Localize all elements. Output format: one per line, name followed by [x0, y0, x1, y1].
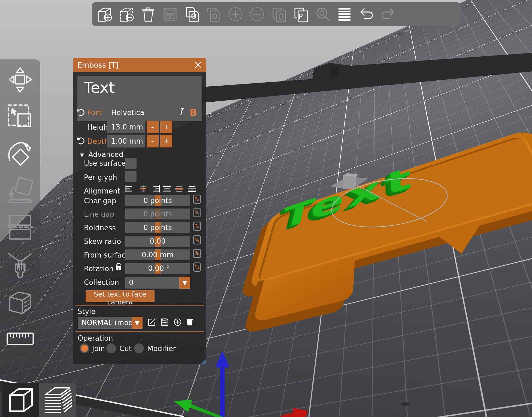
skew-slider[interactable]: 0.00	[125, 236, 190, 247]
style-add-button[interactable]	[173, 318, 182, 327]
remove-instance-button	[248, 4, 266, 24]
reset-depth-icon[interactable]	[77, 136, 85, 146]
edit-pencil-icon	[147, 318, 156, 327]
copy-button[interactable]	[183, 4, 201, 24]
per-glyph-checkbox[interactable]	[125, 171, 137, 182]
char-gap-edit-button[interactable]: ✎	[193, 195, 201, 204]
close-icon[interactable]	[195, 61, 202, 68]
align-bottom-icon[interactable]	[188, 185, 196, 192]
rotation-label: Rotation	[84, 265, 114, 273]
remove-object-button[interactable]	[117, 4, 135, 24]
separator	[75, 305, 204, 306]
rotation-edit-button[interactable]: ✎	[193, 262, 201, 272]
bold-toggle[interactable]: B	[190, 107, 197, 118]
redo-icon	[380, 6, 396, 22]
lock-icon[interactable]	[115, 263, 122, 271]
measure-tool-button[interactable]	[4, 331, 37, 347]
scale-tool-button[interactable]	[4, 101, 37, 131]
collection-dropdown-arrow-icon[interactable]: ▼	[179, 277, 190, 289]
from-surface-edit-button[interactable]: ✎	[193, 249, 201, 258]
align-top-icon[interactable]	[163, 185, 171, 192]
emboss-dialog: Emboss [T] Text Font I B Height - + Dept…	[73, 58, 206, 364]
radio-selected-dot	[81, 345, 88, 352]
trash-icon	[140, 6, 156, 22]
add-object-button[interactable]	[96, 4, 114, 24]
use-surface-label: Use surface	[84, 159, 126, 167]
from-surface-slider[interactable]: 0.00 mm	[125, 249, 190, 260]
line-gap-value: 0 points	[143, 210, 172, 218]
operation-modifier-radio[interactable]	[134, 343, 144, 353]
emboss-dialog-title: Emboss [T]	[77, 61, 119, 69]
cube-minus-icon	[118, 6, 135, 22]
line-gap-edit-button: ✎	[193, 208, 201, 217]
cut-tool-button	[4, 213, 37, 241]
height-plus-button[interactable]: +	[160, 121, 172, 133]
boldness-slider[interactable]: 0 points	[125, 222, 190, 233]
line-gap-label: Line gap	[84, 210, 114, 218]
arrange-icon	[162, 6, 178, 22]
font-name-input[interactable]	[107, 106, 172, 119]
depth-minus-button[interactable]: -	[147, 135, 159, 147]
model-object-tray[interactable]: Text	[248, 129, 532, 290]
italic-toggle[interactable]: I	[179, 106, 183, 117]
collection-dropdown[interactable]: 0 ▼	[125, 277, 190, 289]
style-dropdown[interactable]: NORMAL (modified) ▼	[78, 317, 143, 329]
face-camera-button[interactable]: Set text to face camera	[86, 290, 155, 302]
skew-edit-button[interactable]: ✎	[193, 235, 201, 244]
emboss-dialog-header[interactable]: Emboss [T]	[73, 58, 206, 72]
trash-icon	[185, 318, 194, 327]
editor-view-button[interactable]	[2, 383, 39, 417]
depth-input[interactable]	[107, 135, 145, 147]
rotation-slider[interactable]: -0.00 °	[125, 263, 190, 274]
style-delete-button[interactable]	[185, 318, 194, 327]
rotate-icon	[6, 138, 34, 170]
from-surface-value: 0.00 mm	[142, 251, 174, 259]
split-to-parts-button[interactable]: P	[292, 4, 310, 24]
plus-circle-icon	[227, 6, 244, 22]
delete-all-button[interactable]	[139, 4, 157, 24]
separator	[75, 331, 204, 332]
depth-plus-button[interactable]: +	[160, 135, 172, 147]
skew-label: Skew ratio	[84, 237, 121, 246]
operation-join-label[interactable]: Join	[92, 345, 105, 353]
style-label: Style	[78, 307, 95, 316]
split-parts-icon: P	[293, 6, 309, 22]
collection-value: 0	[125, 279, 179, 287]
boldness-edit-button[interactable]: ✎	[193, 222, 201, 231]
plus-circle-icon	[173, 318, 182, 327]
rotation-value: -0.00 °	[146, 264, 170, 273]
left-toolbar	[0, 59, 40, 362]
style-dropdown-arrow-icon[interactable]: ▼	[132, 317, 143, 329]
variable-layer-height-button[interactable]	[335, 4, 353, 24]
preview-view-button[interactable]	[39, 383, 76, 417]
collection-label: Collection	[84, 278, 119, 286]
align-left-icon[interactable]	[125, 185, 133, 192]
undo-button[interactable]	[357, 4, 375, 24]
align-middle-icon[interactable]	[175, 185, 183, 192]
cube-plus-icon	[96, 6, 113, 22]
operation-modifier-label[interactable]: Modifier	[147, 345, 176, 353]
height-minus-button[interactable]: -	[147, 121, 159, 133]
rotate-tool-button[interactable]	[4, 138, 37, 170]
align-center-icon[interactable]	[139, 185, 147, 192]
char-gap-value: 0 points	[143, 197, 172, 205]
operation-join-radio[interactable]	[80, 343, 89, 353]
use-surface-checkbox[interactable]	[125, 158, 137, 169]
char-gap-slider[interactable]: 0 points	[125, 195, 190, 206]
style-rename-button[interactable]	[147, 318, 156, 327]
operation-cut-label[interactable]: Cut	[119, 345, 132, 353]
operation-cut-radio[interactable]	[106, 343, 116, 353]
style-save-button[interactable]	[160, 318, 169, 327]
cut-icon	[6, 213, 34, 241]
align-right-icon[interactable]	[152, 185, 160, 192]
dialog-resize-grip[interactable]	[201, 359, 206, 364]
reset-font-icon[interactable]	[77, 108, 85, 117]
advanced-label[interactable]: Advanced	[88, 150, 123, 159]
top-toolbar: P	[92, 2, 461, 26]
advanced-caret-icon[interactable]: ▼	[80, 152, 84, 158]
search-button	[314, 4, 332, 24]
save-floppy-icon	[160, 318, 169, 327]
move-tool-button[interactable]	[4, 65, 37, 95]
line-gap-slider: 0 points	[125, 208, 190, 219]
height-input[interactable]	[107, 121, 145, 133]
